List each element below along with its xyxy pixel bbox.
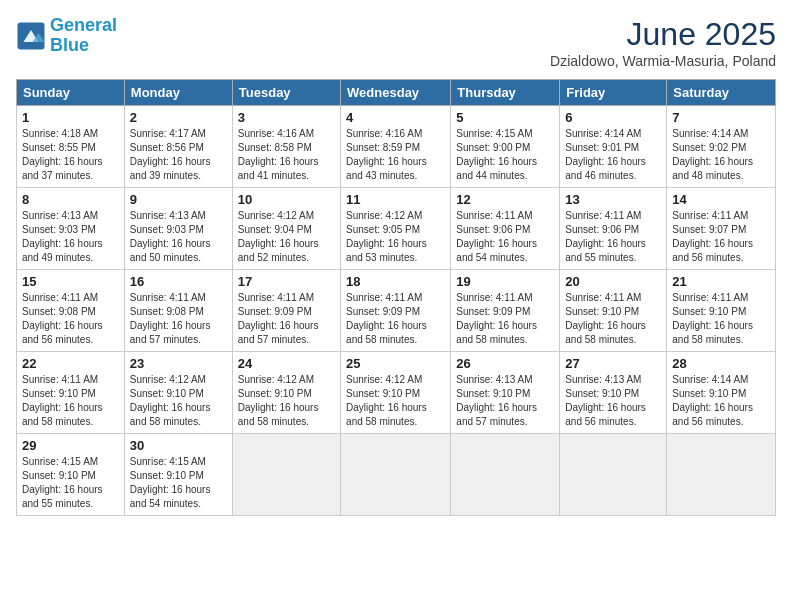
day-number: 11	[346, 192, 445, 207]
calendar-cell: 4Sunrise: 4:16 AM Sunset: 8:59 PM Daylig…	[341, 106, 451, 188]
day-number: 30	[130, 438, 227, 453]
calendar: SundayMondayTuesdayWednesdayThursdayFrid…	[16, 79, 776, 516]
day-number: 18	[346, 274, 445, 289]
calendar-cell: 8Sunrise: 4:13 AM Sunset: 9:03 PM Daylig…	[17, 188, 125, 270]
day-number: 20	[565, 274, 661, 289]
calendar-cell: 24Sunrise: 4:12 AM Sunset: 9:10 PM Dayli…	[232, 352, 340, 434]
day-number: 12	[456, 192, 554, 207]
day-info: Sunrise: 4:11 AM Sunset: 9:10 PM Dayligh…	[22, 373, 119, 429]
day-info: Sunrise: 4:13 AM Sunset: 9:10 PM Dayligh…	[565, 373, 661, 429]
day-info: Sunrise: 4:18 AM Sunset: 8:55 PM Dayligh…	[22, 127, 119, 183]
calendar-cell: 10Sunrise: 4:12 AM Sunset: 9:04 PM Dayli…	[232, 188, 340, 270]
dow-header: Thursday	[451, 80, 560, 106]
day-info: Sunrise: 4:14 AM Sunset: 9:02 PM Dayligh…	[672, 127, 770, 183]
day-info: Sunrise: 4:13 AM Sunset: 9:03 PM Dayligh…	[130, 209, 227, 265]
day-number: 28	[672, 356, 770, 371]
day-number: 19	[456, 274, 554, 289]
day-info: Sunrise: 4:11 AM Sunset: 9:06 PM Dayligh…	[456, 209, 554, 265]
day-info: Sunrise: 4:15 AM Sunset: 9:10 PM Dayligh…	[130, 455, 227, 511]
calendar-cell	[667, 434, 776, 516]
calendar-cell: 15Sunrise: 4:11 AM Sunset: 9:08 PM Dayli…	[17, 270, 125, 352]
logo-text: General Blue	[50, 16, 117, 56]
calendar-cell: 19Sunrise: 4:11 AM Sunset: 9:09 PM Dayli…	[451, 270, 560, 352]
page: General Blue June 2025 Dzialdowo, Warmia…	[0, 0, 792, 612]
day-info: Sunrise: 4:15 AM Sunset: 9:10 PM Dayligh…	[22, 455, 119, 511]
day-info: Sunrise: 4:14 AM Sunset: 9:10 PM Dayligh…	[672, 373, 770, 429]
day-info: Sunrise: 4:11 AM Sunset: 9:06 PM Dayligh…	[565, 209, 661, 265]
day-number: 15	[22, 274, 119, 289]
day-info: Sunrise: 4:12 AM Sunset: 9:05 PM Dayligh…	[346, 209, 445, 265]
calendar-cell: 30Sunrise: 4:15 AM Sunset: 9:10 PM Dayli…	[124, 434, 232, 516]
logo: General Blue	[16, 16, 117, 56]
calendar-cell: 7Sunrise: 4:14 AM Sunset: 9:02 PM Daylig…	[667, 106, 776, 188]
day-number: 27	[565, 356, 661, 371]
day-info: Sunrise: 4:11 AM Sunset: 9:09 PM Dayligh…	[238, 291, 335, 347]
calendar-cell: 16Sunrise: 4:11 AM Sunset: 9:08 PM Dayli…	[124, 270, 232, 352]
day-info: Sunrise: 4:17 AM Sunset: 8:56 PM Dayligh…	[130, 127, 227, 183]
logo-icon	[16, 21, 46, 51]
day-number: 21	[672, 274, 770, 289]
calendar-week: 8Sunrise: 4:13 AM Sunset: 9:03 PM Daylig…	[17, 188, 776, 270]
day-number: 3	[238, 110, 335, 125]
day-info: Sunrise: 4:16 AM Sunset: 8:58 PM Dayligh…	[238, 127, 335, 183]
dow-header: Monday	[124, 80, 232, 106]
day-info: Sunrise: 4:12 AM Sunset: 9:10 PM Dayligh…	[130, 373, 227, 429]
day-number: 7	[672, 110, 770, 125]
calendar-cell: 9Sunrise: 4:13 AM Sunset: 9:03 PM Daylig…	[124, 188, 232, 270]
day-info: Sunrise: 4:11 AM Sunset: 9:09 PM Dayligh…	[346, 291, 445, 347]
calendar-cell: 5Sunrise: 4:15 AM Sunset: 9:00 PM Daylig…	[451, 106, 560, 188]
calendar-cell: 13Sunrise: 4:11 AM Sunset: 9:06 PM Dayli…	[560, 188, 667, 270]
dow-header: Saturday	[667, 80, 776, 106]
calendar-week: 29Sunrise: 4:15 AM Sunset: 9:10 PM Dayli…	[17, 434, 776, 516]
day-number: 29	[22, 438, 119, 453]
day-number: 5	[456, 110, 554, 125]
calendar-cell: 1Sunrise: 4:18 AM Sunset: 8:55 PM Daylig…	[17, 106, 125, 188]
day-number: 1	[22, 110, 119, 125]
day-number: 25	[346, 356, 445, 371]
calendar-cell: 18Sunrise: 4:11 AM Sunset: 9:09 PM Dayli…	[341, 270, 451, 352]
day-number: 24	[238, 356, 335, 371]
day-info: Sunrise: 4:11 AM Sunset: 9:07 PM Dayligh…	[672, 209, 770, 265]
day-info: Sunrise: 4:13 AM Sunset: 9:03 PM Dayligh…	[22, 209, 119, 265]
calendar-cell: 27Sunrise: 4:13 AM Sunset: 9:10 PM Dayli…	[560, 352, 667, 434]
day-info: Sunrise: 4:12 AM Sunset: 9:10 PM Dayligh…	[238, 373, 335, 429]
calendar-cell	[232, 434, 340, 516]
day-info: Sunrise: 4:11 AM Sunset: 9:08 PM Dayligh…	[22, 291, 119, 347]
calendar-cell: 28Sunrise: 4:14 AM Sunset: 9:10 PM Dayli…	[667, 352, 776, 434]
day-number: 10	[238, 192, 335, 207]
calendar-week: 1Sunrise: 4:18 AM Sunset: 8:55 PM Daylig…	[17, 106, 776, 188]
day-info: Sunrise: 4:11 AM Sunset: 9:10 PM Dayligh…	[672, 291, 770, 347]
calendar-cell: 20Sunrise: 4:11 AM Sunset: 9:10 PM Dayli…	[560, 270, 667, 352]
calendar-cell: 22Sunrise: 4:11 AM Sunset: 9:10 PM Dayli…	[17, 352, 125, 434]
day-number: 2	[130, 110, 227, 125]
day-number: 16	[130, 274, 227, 289]
calendar-cell: 6Sunrise: 4:14 AM Sunset: 9:01 PM Daylig…	[560, 106, 667, 188]
calendar-cell: 11Sunrise: 4:12 AM Sunset: 9:05 PM Dayli…	[341, 188, 451, 270]
calendar-cell: 25Sunrise: 4:12 AM Sunset: 9:10 PM Dayli…	[341, 352, 451, 434]
day-number: 23	[130, 356, 227, 371]
title-area: June 2025 Dzialdowo, Warmia-Masuria, Pol…	[550, 16, 776, 69]
calendar-week: 22Sunrise: 4:11 AM Sunset: 9:10 PM Dayli…	[17, 352, 776, 434]
calendar-body: 1Sunrise: 4:18 AM Sunset: 8:55 PM Daylig…	[17, 106, 776, 516]
dow-header: Friday	[560, 80, 667, 106]
calendar-cell: 3Sunrise: 4:16 AM Sunset: 8:58 PM Daylig…	[232, 106, 340, 188]
day-info: Sunrise: 4:12 AM Sunset: 9:04 PM Dayligh…	[238, 209, 335, 265]
day-info: Sunrise: 4:12 AM Sunset: 9:10 PM Dayligh…	[346, 373, 445, 429]
dow-header: Tuesday	[232, 80, 340, 106]
day-number: 8	[22, 192, 119, 207]
calendar-cell: 17Sunrise: 4:11 AM Sunset: 9:09 PM Dayli…	[232, 270, 340, 352]
calendar-cell: 26Sunrise: 4:13 AM Sunset: 9:10 PM Dayli…	[451, 352, 560, 434]
day-info: Sunrise: 4:14 AM Sunset: 9:01 PM Dayligh…	[565, 127, 661, 183]
calendar-cell	[451, 434, 560, 516]
day-number: 17	[238, 274, 335, 289]
day-info: Sunrise: 4:11 AM Sunset: 9:09 PM Dayligh…	[456, 291, 554, 347]
calendar-cell	[560, 434, 667, 516]
calendar-cell: 2Sunrise: 4:17 AM Sunset: 8:56 PM Daylig…	[124, 106, 232, 188]
calendar-cell: 29Sunrise: 4:15 AM Sunset: 9:10 PM Dayli…	[17, 434, 125, 516]
header: General Blue June 2025 Dzialdowo, Warmia…	[16, 16, 776, 69]
day-number: 26	[456, 356, 554, 371]
day-number: 4	[346, 110, 445, 125]
calendar-cell	[341, 434, 451, 516]
day-of-week-row: SundayMondayTuesdayWednesdayThursdayFrid…	[17, 80, 776, 106]
day-info: Sunrise: 4:11 AM Sunset: 9:10 PM Dayligh…	[565, 291, 661, 347]
